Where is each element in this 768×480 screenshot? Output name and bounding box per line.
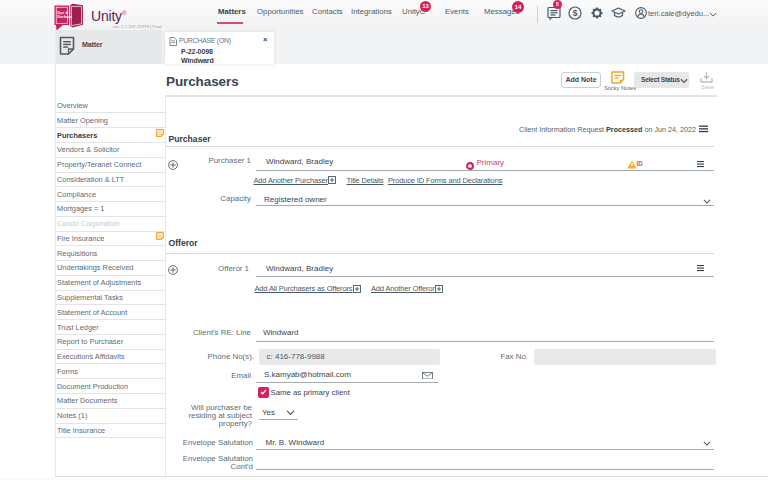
svg-text:Durham: Durham — [57, 14, 72, 19]
svg-text:$: $ — [573, 8, 578, 18]
